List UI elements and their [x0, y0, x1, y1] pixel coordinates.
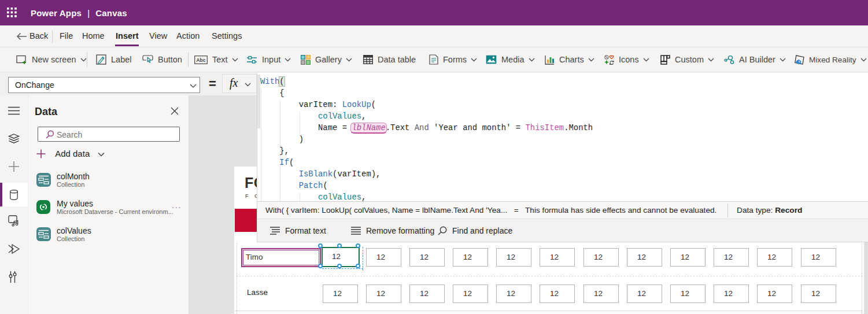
svg-text:Abc: Abc	[197, 57, 206, 62]
